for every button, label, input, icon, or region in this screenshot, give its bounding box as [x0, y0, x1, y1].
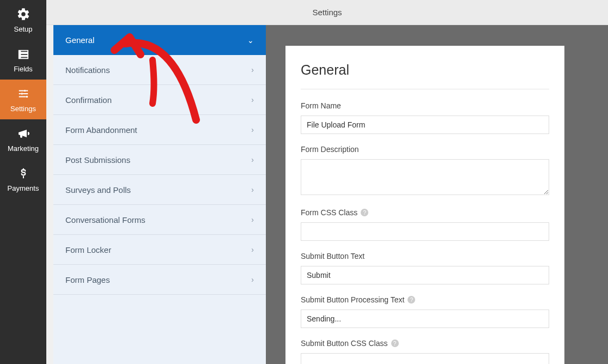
- chevron-right-icon: ›: [251, 125, 254, 134]
- settings-item-label: Form Abandonment: [65, 125, 137, 135]
- settings-item-surveys-polls[interactable]: Surveys and Polls ›: [53, 175, 266, 205]
- chevron-right-icon: ›: [251, 185, 254, 194]
- card-heading: General: [301, 62, 549, 89]
- settings-item-label: Form Pages: [65, 275, 110, 284]
- field-submit-css-class: Submit Button CSS Class ?: [301, 339, 549, 364]
- svg-point-2: [26, 96, 28, 98]
- submit-processing-input[interactable]: [301, 310, 549, 328]
- settings-item-label: Surveys and Polls: [65, 185, 131, 195]
- chevron-right-icon: ›: [251, 215, 254, 224]
- nav-label: Marketing: [8, 144, 39, 153]
- help-icon[interactable]: ?: [361, 209, 368, 216]
- nav-label: Settings: [10, 105, 36, 113]
- chevron-down-icon: ⌄: [247, 36, 254, 45]
- svg-point-1: [21, 93, 23, 95]
- settings-item-label: Confirmation: [65, 95, 112, 105]
- bullhorn-icon: [16, 126, 31, 141]
- nav-label: Fields: [14, 65, 33, 73]
- field-label: Submit Button Text: [301, 252, 549, 260]
- settings-item-notifications[interactable]: Notifications ›: [53, 55, 266, 85]
- field-label: Form Name: [301, 101, 549, 110]
- nav-label: Payments: [8, 184, 39, 192]
- field-form-name: Form Name: [301, 101, 549, 134]
- field-form-css-class: Form CSS Class ?: [301, 208, 549, 241]
- nav-item-marketing[interactable]: Marketing: [0, 119, 46, 159]
- settings-item-confirmation[interactable]: Confirmation ›: [53, 85, 266, 115]
- list-icon: [16, 46, 31, 62]
- form-description-textarea[interactable]: [301, 159, 549, 195]
- label-text: Submit Button CSS Class: [301, 339, 388, 348]
- nav-item-payments[interactable]: Payments: [0, 159, 46, 199]
- settings-item-label: General: [65, 35, 94, 45]
- settings-item-label: Form Locker: [65, 245, 111, 254]
- field-submit-processing: Submit Button Processing Text ?: [301, 295, 549, 328]
- field-label: Submit Button Processing Text ?: [301, 295, 549, 304]
- field-label: Form CSS Class ?: [301, 208, 549, 217]
- settings-item-form-pages[interactable]: Form Pages ›: [53, 265, 266, 295]
- general-settings-card: General Form Name Form Description Form …: [285, 46, 564, 364]
- settings-item-general[interactable]: General ⌄: [53, 25, 266, 55]
- settings-item-label: Conversational Forms: [65, 215, 145, 225]
- submit-css-class-input[interactable]: [301, 353, 549, 364]
- form-name-input[interactable]: [301, 116, 549, 134]
- settings-item-conversational-forms[interactable]: Conversational Forms ›: [53, 205, 266, 235]
- nav-rail: Setup Fields Settings Marketing Payments: [0, 0, 46, 364]
- settings-panel: General ⌄ Notifications › Confirmation ›…: [53, 25, 266, 364]
- chevron-right-icon: ›: [251, 245, 254, 254]
- dollar-icon: [16, 166, 31, 181]
- sliders-icon: [16, 86, 31, 101]
- settings-item-label: Post Submissions: [65, 155, 130, 165]
- nav-label: Setup: [14, 25, 33, 33]
- chevron-right-icon: ›: [251, 65, 254, 74]
- label-text: Form CSS Class: [301, 208, 357, 217]
- nav-item-setup[interactable]: Setup: [0, 0, 46, 40]
- help-icon[interactable]: ?: [408, 296, 415, 304]
- settings-item-form-locker[interactable]: Form Locker ›: [53, 235, 266, 265]
- page-title: Settings: [312, 8, 342, 17]
- svg-point-0: [23, 90, 26, 92]
- submit-text-input[interactable]: [301, 266, 549, 284]
- field-label: Form Description: [301, 145, 549, 154]
- field-form-description: Form Description: [301, 145, 549, 197]
- help-icon[interactable]: ?: [391, 339, 399, 347]
- field-submit-text: Submit Button Text: [301, 252, 549, 284]
- gear-icon: [16, 7, 31, 22]
- settings-item-post-submissions[interactable]: Post Submissions ›: [53, 145, 266, 175]
- field-label: Submit Button CSS Class ?: [301, 339, 549, 348]
- settings-item-label: Notifications: [65, 65, 110, 75]
- settings-item-form-abandonment[interactable]: Form Abandonment ›: [53, 115, 266, 145]
- chevron-right-icon: ›: [251, 275, 254, 284]
- nav-item-fields[interactable]: Fields: [0, 40, 46, 80]
- chevron-right-icon: ›: [251, 155, 254, 164]
- form-css-class-input[interactable]: [301, 222, 549, 241]
- chevron-right-icon: ›: [251, 95, 254, 104]
- page-header: Settings: [46, 0, 608, 25]
- label-text: Submit Button Processing Text: [301, 295, 404, 304]
- nav-item-settings[interactable]: Settings: [0, 80, 46, 119]
